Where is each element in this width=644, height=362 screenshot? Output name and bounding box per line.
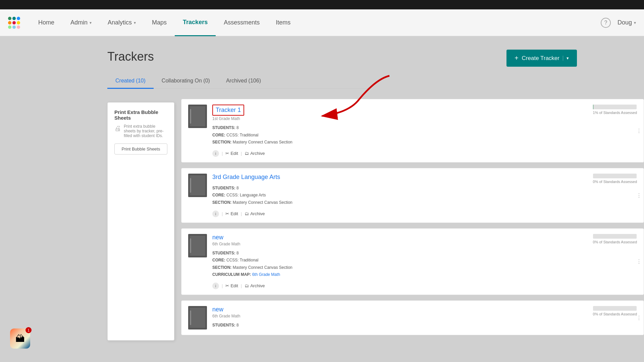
top-bar	[0, 0, 644, 9]
tracker-list: Tracker 1 1st Grade Math STUDENTS: 8 COR…	[181, 99, 644, 341]
tracker-area: Print Extra Bubble Sheets 🖨 Print extra …	[107, 99, 644, 341]
print-bubble-sheets-button[interactable]: Print Bubble Sheets	[114, 143, 167, 155]
tracker-name[interactable]: Tracker 1	[212, 105, 244, 116]
tracker-name[interactable]: new	[212, 306, 223, 313]
notification-icon: 🏔 1	[10, 328, 30, 349]
nav-item-home[interactable]: Home	[30, 9, 62, 36]
tracker-item: 3rd Grade Language Arts STUDENTS: 8 CORE…	[181, 168, 644, 223]
edit-button[interactable]: ✂ Edit	[225, 211, 238, 216]
tracker-more-icon[interactable]: ⋮	[636, 127, 642, 134]
tracker-meta: STUDENTS: 8	[212, 322, 637, 329]
edit-button[interactable]: ✂ Edit	[225, 283, 238, 288]
main-content: Trackers + Create Tracker ▾ Created (10)…	[0, 36, 644, 354]
nav-right: ? Doug ▾	[601, 18, 636, 28]
tracker-more-icon[interactable]: ⋮	[636, 258, 642, 265]
progress-label: 1% of Standards Assessed	[593, 111, 637, 115]
tracker-thumbnail	[188, 105, 207, 128]
tracker-name[interactable]: new	[212, 234, 223, 241]
popup-desc: 🖨 Print extra bubble sheets by tracker, …	[114, 124, 167, 138]
tracker-right: 0% of Standards Assessed	[593, 234, 637, 244]
create-tracker-chevron: ▾	[563, 56, 569, 61]
tracker-info: 3rd Grade Language Arts STUDENTS: 8 CORE…	[212, 174, 637, 217]
archive-button[interactable]: 🗂 Archive	[245, 283, 265, 288]
logo-dot	[8, 25, 11, 29]
progress-bar-wrap	[593, 105, 637, 109]
tracker-right: 0% of Standards Assessed	[593, 306, 637, 316]
logo-dot	[17, 21, 20, 24]
tracker-meta: STUDENTS: 8 CORE: CCSS: Language Arts SE…	[212, 185, 637, 206]
tracker-thumb-inner	[190, 175, 205, 195]
logo[interactable]	[8, 17, 20, 29]
user-name: Doug	[618, 19, 632, 26]
tracker-name[interactable]: 3rd Grade Language Arts	[212, 174, 280, 181]
archive-button[interactable]: 🗂 Archive	[245, 151, 265, 156]
nav-item-maps[interactable]: Maps	[144, 9, 175, 36]
print-icon: 🖨	[114, 125, 121, 132]
tracker-item: Tracker 1 1st Grade Math STUDENTS: 8 COR…	[181, 99, 644, 163]
logo-dot	[12, 25, 16, 29]
popup-title: Print Extra Bubble Sheets	[114, 109, 167, 121]
edit-button[interactable]: ✂ Edit	[225, 151, 238, 156]
archive-button[interactable]: 🗂 Archive	[245, 211, 265, 216]
tracker-thumbnail	[188, 234, 207, 257]
info-icon[interactable]: i	[212, 150, 219, 157]
tracker-thumbnail	[188, 306, 207, 329]
tracker-thumbnail	[188, 174, 207, 197]
tab-collaborating[interactable]: Collaborating On (0)	[154, 74, 218, 88]
create-tracker-label: Create Tracker	[522, 55, 559, 62]
logo-dot	[17, 17, 20, 20]
tab-archived[interactable]: Archived (106)	[218, 74, 269, 88]
logo-dot	[8, 17, 11, 20]
progress-bar-wrap	[593, 234, 637, 239]
nav-item-items[interactable]: Items	[268, 9, 299, 36]
tracker-item: new 6th Grade Math STUDENTS: 8 0% of Sta…	[181, 300, 644, 335]
tracker-info: Tracker 1 1st Grade Math STUDENTS: 8 COR…	[212, 105, 637, 157]
nav-item-admin[interactable]: Admin ▾	[62, 9, 100, 36]
user-dropdown-icon: ▾	[634, 20, 636, 25]
tracker-info: new 6th Grade Math STUDENTS: 8	[212, 306, 637, 329]
user-menu[interactable]: Doug ▾	[618, 19, 636, 26]
tracker-right: 1% of Standards Assessed	[593, 105, 637, 115]
tracker-more-icon[interactable]: ⋮	[636, 314, 642, 321]
tracker-thumb-inner	[190, 106, 205, 126]
tracker-subtitle: 6th Grade Math	[212, 242, 637, 246]
nav-item-analytics[interactable]: Analytics ▾	[100, 9, 144, 36]
tracker-actions: i | ✂ Edit | 🗂 Archive	[212, 150, 637, 157]
progress-label: 0% of Standards Assessed	[593, 312, 637, 316]
logo-dot	[12, 17, 16, 20]
tracker-subtitle: 1st Grade Math	[212, 116, 637, 121]
notification-badge[interactable]: 🏔 1	[10, 328, 34, 352]
tracker-meta: STUDENTS: 8 CORE: CCSS: Traditional SECT…	[212, 124, 637, 146]
help-button[interactable]: ?	[601, 18, 611, 28]
tracker-meta: STUDENTS: 8 CORE: CCSS: Traditional SECT…	[212, 250, 637, 279]
plus-icon: +	[515, 54, 519, 62]
tracker-thumb-inner	[190, 236, 205, 256]
progress-bar-wrap	[593, 174, 637, 178]
tracker-thumb-inner	[190, 308, 205, 328]
tracker-actions: i | ✂ Edit | 🗂 Archive	[212, 283, 637, 289]
tracker-subtitle: 6th Grade Math	[212, 314, 637, 318]
create-tracker-button[interactable]: + Create Tracker ▾	[506, 50, 577, 67]
analytics-dropdown-icon: ▾	[134, 20, 136, 25]
tracker-info: new 6th Grade Math STUDENTS: 8 CORE: CCS…	[212, 234, 637, 289]
progress-bar-wrap	[593, 306, 637, 311]
logo-dot	[8, 21, 11, 24]
tracker-right: 0% of Standards Assessed	[593, 174, 637, 184]
notification-count: 1	[25, 327, 32, 333]
nav-item-trackers[interactable]: Trackers	[175, 9, 216, 36]
nav-item-assessments[interactable]: Assessments	[216, 9, 268, 36]
progress-label: 0% of Standards Assessed	[593, 240, 637, 244]
progress-label: 0% of Standards Assessed	[593, 180, 637, 184]
logo-dot	[17, 25, 20, 29]
admin-dropdown-icon: ▾	[90, 20, 92, 25]
popup-card: Print Extra Bubble Sheets 🖨 Print extra …	[107, 102, 174, 341]
tabs: Created (10) Collaborating On (0) Archiv…	[107, 74, 369, 89]
info-icon[interactable]: i	[212, 210, 219, 217]
tracker-more-icon[interactable]: ⋮	[636, 192, 642, 198]
tab-created[interactable]: Created (10)	[107, 74, 154, 89]
tracker-actions: i | ✂ Edit | 🗂 Archive	[212, 210, 637, 217]
nav-items: Home Admin ▾ Analytics ▾ Maps Trackers A…	[30, 9, 601, 36]
main-nav: Home Admin ▾ Analytics ▾ Maps Trackers A…	[0, 9, 644, 36]
info-icon[interactable]: i	[212, 283, 219, 289]
curriculum-map-link[interactable]: 6th Grade Math	[252, 272, 280, 277]
